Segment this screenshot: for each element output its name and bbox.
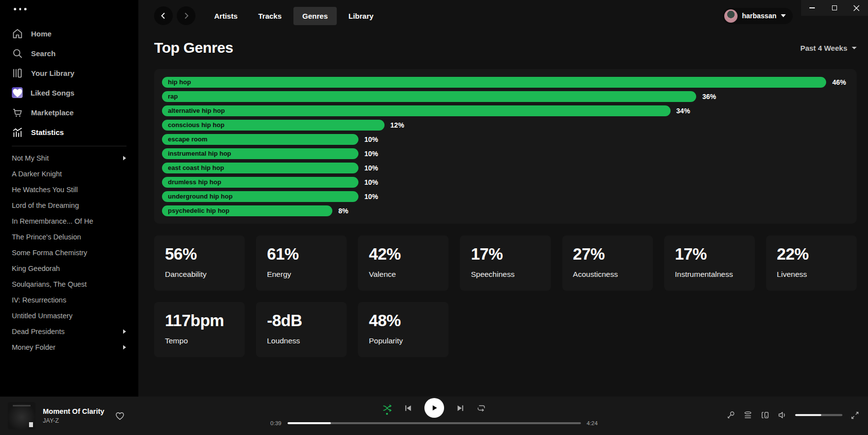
sidebar-item-label: Liked Songs — [31, 89, 74, 97]
queue-button[interactable] — [743, 411, 752, 420]
stat-label: Valence — [369, 270, 438, 279]
back-button[interactable] — [154, 6, 173, 25]
genre-bar[interactable]: underground hip hop — [162, 191, 358, 202]
previous-icon — [404, 404, 412, 412]
volume-icon — [778, 411, 787, 420]
close-button[interactable] — [845, 0, 868, 16]
playlist-item[interactable]: Money Folder — [0, 339, 138, 355]
chevron-right-icon — [123, 329, 127, 334]
genre-name: rap — [168, 93, 178, 100]
playlist-item[interactable]: The Prince's Delusion — [0, 229, 138, 245]
user-menu[interactable]: harbassan — [723, 8, 793, 24]
chevron-down-icon — [852, 47, 857, 49]
stat-label: Tempo — [165, 336, 234, 345]
shuffle-button[interactable] — [383, 404, 391, 412]
fullscreen-button[interactable] — [851, 411, 859, 419]
genre-name: alternative hip hop — [168, 107, 225, 114]
user-name: harbassan — [742, 12, 776, 20]
genre-percent: 10% — [364, 178, 378, 186]
genre-bar[interactable]: drumless hip hop — [162, 177, 358, 188]
repeat-button[interactable] — [477, 404, 485, 412]
stat-value: -8dB — [267, 311, 336, 330]
volume-button[interactable] — [778, 411, 787, 420]
next-button[interactable] — [457, 404, 464, 412]
playlist-item[interactable]: Lord of the Dreaming — [0, 198, 138, 213]
stat-card: 117bpm Tempo — [154, 302, 245, 357]
tab[interactable]: Tracks — [250, 7, 291, 25]
volume-slider[interactable] — [795, 414, 842, 416]
playlist-name: Money Folder — [12, 343, 56, 351]
audio-feature-cards: 56% Danceability 61% Energy 42% Valence … — [154, 235, 857, 357]
connect-device-button[interactable] — [761, 411, 770, 420]
genre-percent: 10% — [364, 150, 378, 158]
playlist-item[interactable]: In Remembrance... Of He — [0, 213, 138, 229]
elapsed-time: 0:39 — [267, 420, 282, 426]
album-art[interactable] — [8, 402, 35, 430]
playlist-item[interactable]: IV: Resurrections — [0, 292, 138, 308]
track-title[interactable]: Moment Of Clarity — [43, 407, 104, 415]
library-icon — [12, 67, 23, 79]
genre-bar[interactable]: conscious hip hop — [162, 120, 385, 131]
genre-bar[interactable]: alternative hip hop — [162, 105, 671, 116]
genre-bar-row: escape room 10% — [162, 132, 849, 146]
play-button[interactable] — [424, 398, 444, 418]
genre-bar[interactable]: hip hop — [162, 77, 826, 88]
tab[interactable]: Library — [340, 7, 383, 25]
next-icon — [457, 404, 464, 412]
sidebar-item-search[interactable]: Search — [0, 43, 138, 63]
genre-percent: 36% — [702, 93, 716, 100]
genre-bar[interactable]: psychedelic hip hop — [162, 205, 332, 216]
like-button[interactable] — [115, 411, 125, 421]
app-menu-icon[interactable] — [0, 0, 138, 13]
chevron-right-icon — [182, 12, 190, 20]
track-artist[interactable]: JAY-Z — [43, 417, 104, 424]
sidebar-item-home[interactable]: Home — [0, 24, 138, 43]
genre-bar[interactable]: instrumental hip hop — [162, 148, 358, 159]
sidebar-item-liked-songs[interactable]: Liked Songs — [0, 83, 138, 102]
genre-percent: 10% — [364, 193, 378, 201]
genre-percent: 12% — [390, 121, 404, 129]
stat-card: 27% Acousticness — [562, 235, 653, 291]
genre-name: underground hip hop — [168, 193, 232, 200]
stat-card: 22% Liveness — [766, 235, 857, 291]
playlist-item[interactable]: Not My Shit — [0, 150, 138, 166]
progress-fill — [288, 422, 331, 424]
playlist-name: Dead Presidents — [12, 328, 64, 335]
tab[interactable]: Genres — [293, 7, 337, 25]
playlist-item[interactable]: Untitled Unmastery — [0, 308, 138, 324]
main-area: ArtistsTracksGenresLibrary harbassan Top… — [138, 0, 868, 397]
stat-value: 56% — [165, 245, 234, 264]
genre-bar[interactable]: escape room — [162, 134, 358, 145]
genre-bar[interactable]: rap — [162, 91, 696, 102]
time-range-dropdown[interactable]: Past 4 Weeks — [800, 44, 857, 52]
chevron-down-icon — [781, 14, 786, 17]
genre-bar[interactable]: east coast hip hop — [162, 163, 358, 173]
topbar: ArtistsTracksGenresLibrary harbassan — [138, 0, 868, 32]
stat-value: 27% — [573, 245, 642, 264]
maximize-button[interactable] — [823, 0, 845, 16]
playlist-item[interactable]: Dead Presidents — [0, 324, 138, 339]
genre-bar-chart: hip hop 46% rap 36% alternative hip hop … — [154, 69, 857, 224]
sidebar-item-your-library[interactable]: Your Library — [0, 63, 138, 83]
playlist-name: Untitled Unmastery — [12, 312, 72, 320]
playlist-item[interactable]: King Geedorah — [0, 261, 138, 276]
lyrics-button[interactable] — [726, 411, 735, 420]
stat-value: 48% — [369, 311, 438, 330]
minimize-button[interactable] — [801, 0, 823, 16]
tab[interactable]: Artists — [205, 7, 247, 25]
sidebar-item-marketplace[interactable]: Marketplace — [0, 102, 138, 122]
sidebar-item-statistics[interactable]: Statistics — [0, 122, 138, 142]
playlist-item[interactable]: He Watches You Still — [0, 182, 138, 198]
tab-label: Artists — [214, 12, 238, 20]
previous-button[interactable] — [404, 404, 412, 412]
playlist-item[interactable]: A Darker Knight — [0, 166, 138, 182]
playlist-item[interactable]: Some Forma Chemistry — [0, 245, 138, 261]
stat-card: -8dB Loudness — [256, 302, 347, 357]
playlist-item[interactable]: Soulqarians, The Quest — [0, 276, 138, 292]
home-icon — [12, 28, 23, 39]
now-playing: Moment Of Clarity JAY-Z — [8, 402, 125, 430]
forward-button[interactable] — [177, 6, 195, 25]
stat-label: Liveness — [777, 270, 846, 279]
sidebar-item-label: Your Library — [31, 69, 74, 77]
progress-bar[interactable] — [288, 422, 581, 424]
